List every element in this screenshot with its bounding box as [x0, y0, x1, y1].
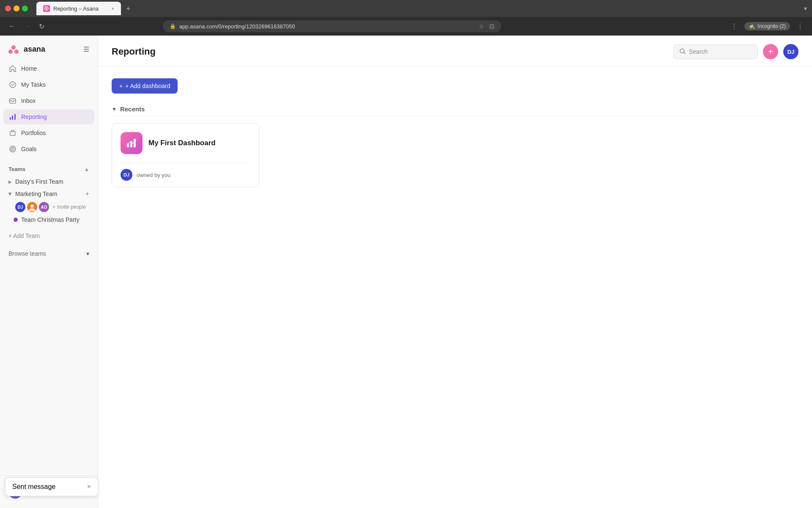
browser-menu-btn[interactable]: ⋮ [729, 21, 739, 32]
goals-icon [8, 145, 17, 153]
member-avatar-m [27, 202, 37, 212]
sidebar: asana ☰ Home My Tasks Inb [0, 36, 98, 508]
sidebar-item-portfolios-label: Portfolios [21, 130, 46, 136]
sidebar-item-portfolios[interactable]: Portfolios [3, 125, 94, 141]
browser-tabs: Reporting – Asana × + [36, 2, 134, 15]
browser-addressbar: ← → ↻ 🔒 app.asana.com/0/reporting/120326… [0, 17, 812, 36]
browse-teams-collapse: ▾ [86, 250, 89, 257]
team-arrow-daisys: ▶ [8, 179, 12, 184]
svg-rect-10 [10, 132, 15, 135]
teams-collapse-btn[interactable]: ▲ [84, 166, 89, 172]
add-dashboard-icon: + [119, 83, 123, 89]
minimize-dot[interactable] [14, 6, 19, 11]
team-label-marketing: Marketing Team [15, 190, 57, 197]
user-avatar-btn[interactable]: DJ [783, 44, 798, 59]
card-top: My First Dashboard [112, 124, 259, 163]
sidebar-item-home[interactable]: Home [3, 61, 94, 76]
sidebar-item-my-tasks-label: My Tasks [21, 81, 46, 88]
card-owner-avatar: DJ [121, 169, 132, 181]
bookmark-icon[interactable]: ☆ [479, 23, 484, 30]
recents-label: Recents [120, 105, 145, 113]
incognito-icon: 🕵 [749, 23, 755, 29]
search-bar[interactable]: Search [673, 44, 758, 59]
my-tasks-icon [8, 80, 17, 89]
sidebar-item-reporting[interactable]: Reporting [3, 109, 94, 124]
project-item-christmas[interactable]: Team Christmas Party [3, 214, 94, 226]
sidebar-item-inbox[interactable]: Inbox [3, 93, 94, 108]
header-actions: Search + DJ [673, 44, 798, 59]
new-tab-btn[interactable]: + [123, 3, 134, 15]
portfolios-icon [8, 129, 17, 137]
sidebar-item-goals[interactable]: Goals [3, 141, 94, 157]
sidebar-item-inbox-label: Inbox [21, 97, 36, 104]
overflow-btn[interactable]: ⋮ [795, 21, 805, 32]
dashboard-card-my-first[interactable]: My First Dashboard DJ owned by you [112, 123, 260, 187]
asana-logo[interactable]: asana [7, 42, 45, 56]
browser-chrome: Reporting – Asana × + ▾ ← → ↻ 🔒 app.asan… [0, 0, 812, 36]
search-icon [680, 48, 686, 55]
team-label-daisys: Daisy's First Team [15, 178, 63, 185]
team-members-marketing: DJ AO + Invite people [3, 200, 94, 214]
svg-point-3 [8, 50, 13, 54]
reload-btn[interactable]: ↻ [37, 21, 46, 32]
add-btn[interactable]: + [763, 44, 778, 59]
browse-teams-header[interactable]: Browse teams ▾ [3, 248, 94, 260]
sidebar-item-home-label: Home [21, 65, 37, 72]
teams-section-label: Teams [8, 166, 25, 172]
extensions-icon[interactable]: ⊡ [489, 23, 494, 30]
main-header: Reporting Search + DJ [98, 36, 812, 66]
svg-point-15 [30, 204, 34, 208]
window-controls [5, 6, 28, 11]
team-arrow-marketing: ▶ [8, 192, 13, 196]
team-item-marketing[interactable]: ▶ Marketing Team + [3, 188, 94, 200]
lock-icon: 🔒 [170, 23, 176, 29]
tab-close-btn[interactable]: × [112, 6, 114, 11]
card-owner-text: owned by you [137, 172, 170, 178]
sidebar-item-goals-label: Goals [21, 146, 37, 152]
back-btn[interactable]: ← [7, 21, 17, 32]
svg-point-13 [12, 149, 14, 150]
team-add-btn[interactable]: + [85, 190, 89, 198]
close-dot[interactable] [5, 6, 11, 11]
asana-logo-icon [7, 42, 20, 56]
main-content: Reporting Search + DJ + + Add dashboard [98, 36, 812, 508]
svg-point-4 [14, 50, 19, 54]
invite-people-btn[interactable]: + Invite people [52, 204, 86, 210]
maximize-dot[interactable] [22, 6, 28, 11]
project-dot-christmas [14, 218, 18, 222]
card-bottom: DJ owned by you [112, 163, 259, 187]
sidebar-item-my-tasks[interactable]: My Tasks [3, 77, 94, 92]
svg-point-2 [11, 45, 16, 50]
page-title: Reporting [112, 46, 156, 57]
add-team-btn[interactable]: + Add Team [3, 229, 94, 243]
main-body: + + Add dashboard ▼ Recents [98, 66, 812, 508]
address-bar[interactable]: 🔒 app.asana.com/0/reporting/120326961638… [163, 20, 501, 32]
svg-point-1 [46, 8, 47, 9]
teams-section: Teams ▲ ▶ Daisy's First Team ▶ Marketing… [0, 159, 98, 227]
recents-header: ▼ Recents [112, 105, 798, 116]
team-item-daisys-first-team[interactable]: ▶ Daisy's First Team [3, 176, 94, 188]
asana-logo-text: asana [24, 45, 45, 54]
browser-expand[interactable]: ▾ [804, 5, 807, 12]
tab-title: Reporting – Asana [53, 6, 99, 12]
app-container: asana ☰ Home My Tasks Inb [0, 36, 812, 508]
card-icon [121, 132, 143, 154]
hamburger-btn[interactable]: ☰ [82, 44, 91, 55]
toast: Sent message × [5, 478, 98, 496]
member-avatar-dj: DJ [15, 202, 25, 212]
active-tab[interactable]: Reporting – Asana × [36, 2, 121, 15]
browser-actions: ⋮ 🕵 Incognito (2) ⋮ [729, 21, 805, 32]
sidebar-spacer [0, 263, 98, 475]
browse-teams-label: Browse teams [8, 250, 46, 257]
browse-teams-section: Browse teams ▾ [0, 244, 98, 263]
forward-btn[interactable]: → [22, 21, 32, 32]
toast-close-btn[interactable]: × [87, 483, 91, 491]
invite-people-label: Invite people [57, 204, 86, 210]
add-dashboard-btn[interactable]: + + Add dashboard [112, 78, 178, 94]
address-bar-actions: ☆ ⊡ [479, 23, 494, 30]
sidebar-nav: Home My Tasks Inbox Reporting [0, 59, 98, 159]
card-title: My First Dashboard [148, 139, 216, 147]
add-dashboard-label: + Add dashboard [125, 83, 170, 89]
sidebar-header: asana ☰ [0, 36, 98, 59]
recents-toggle-btn[interactable]: ▼ [112, 106, 117, 112]
